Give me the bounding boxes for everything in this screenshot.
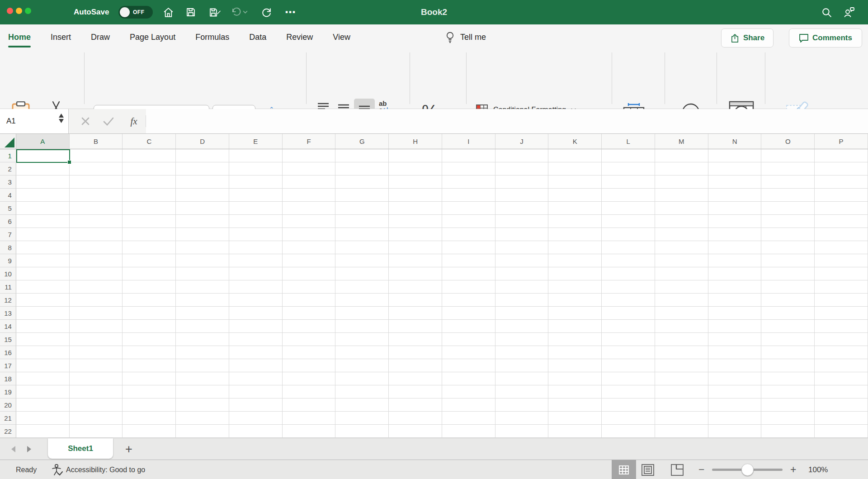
- column-header-D[interactable]: D: [176, 134, 229, 149]
- cell-F14[interactable]: [283, 320, 336, 333]
- row-header-13[interactable]: 13: [0, 307, 16, 320]
- cell-K2[interactable]: [548, 162, 602, 175]
- cell-A11[interactable]: [16, 280, 70, 294]
- autosave-toggle[interactable]: OFF: [118, 6, 153, 19]
- cell-C7[interactable]: [123, 228, 176, 241]
- cell-L20[interactable]: [602, 398, 655, 412]
- cell-O11[interactable]: [761, 280, 815, 294]
- cell-A12[interactable]: [16, 294, 70, 307]
- cell-C14[interactable]: [123, 320, 176, 333]
- cell-F12[interactable]: [283, 294, 336, 307]
- cell-I1[interactable]: [442, 149, 495, 162]
- row-header-3[interactable]: 3: [0, 175, 16, 189]
- cell-D19[interactable]: [176, 385, 229, 398]
- cell-K6[interactable]: [548, 215, 602, 228]
- cell-M18[interactable]: [655, 372, 708, 385]
- cell-N13[interactable]: [708, 307, 762, 320]
- cell-A9[interactable]: [16, 254, 70, 267]
- cell-F20[interactable]: [283, 398, 336, 412]
- cell-L22[interactable]: [602, 425, 655, 438]
- tab-home[interactable]: Home: [8, 24, 31, 50]
- cell-N17[interactable]: [708, 359, 762, 372]
- cell-E14[interactable]: [229, 320, 283, 333]
- cell-I17[interactable]: [442, 359, 495, 372]
- cell-P18[interactable]: [815, 372, 868, 385]
- cell-E11[interactable]: [229, 280, 283, 294]
- cell-I21[interactable]: [442, 412, 495, 425]
- cell-I7[interactable]: [442, 228, 495, 241]
- cell-E2[interactable]: [229, 162, 283, 175]
- cell-D20[interactable]: [176, 398, 229, 412]
- cell-E18[interactable]: [229, 372, 283, 385]
- cell-I15[interactable]: [442, 333, 495, 346]
- cell-H16[interactable]: [389, 346, 442, 359]
- cell-J6[interactable]: [495, 215, 549, 228]
- cell-D6[interactable]: [176, 215, 229, 228]
- cell-E3[interactable]: [229, 175, 283, 189]
- cell-B15[interactable]: [70, 333, 123, 346]
- cell-L9[interactable]: [602, 254, 655, 267]
- cell-I5[interactable]: [442, 202, 495, 215]
- cell-N14[interactable]: [708, 320, 762, 333]
- cell-L4[interactable]: [602, 189, 655, 202]
- cell-L8[interactable]: [602, 241, 655, 254]
- cell-J14[interactable]: [495, 320, 549, 333]
- cell-A3[interactable]: [16, 175, 70, 189]
- cell-J9[interactable]: [495, 254, 549, 267]
- cell-M10[interactable]: [655, 267, 708, 280]
- cell-H15[interactable]: [389, 333, 442, 346]
- cell-H22[interactable]: [389, 425, 442, 438]
- tab-review[interactable]: Review: [286, 24, 313, 50]
- row-header-5[interactable]: 5: [0, 202, 16, 215]
- cell-C6[interactable]: [123, 215, 176, 228]
- cell-C11[interactable]: [123, 280, 176, 294]
- row-header-12[interactable]: 12: [0, 294, 16, 307]
- cell-J20[interactable]: [495, 398, 549, 412]
- cell-K9[interactable]: [548, 254, 602, 267]
- cell-A4[interactable]: [16, 189, 70, 202]
- cell-A14[interactable]: [16, 320, 70, 333]
- cell-F19[interactable]: [283, 385, 336, 398]
- cell-N8[interactable]: [708, 241, 762, 254]
- cell-I2[interactable]: [442, 162, 495, 175]
- cell-F10[interactable]: [283, 267, 336, 280]
- cell-L3[interactable]: [602, 175, 655, 189]
- zoom-out-button[interactable]: −: [698, 460, 704, 479]
- cell-F22[interactable]: [283, 425, 336, 438]
- home-icon[interactable]: [161, 0, 175, 24]
- cell-I18[interactable]: [442, 372, 495, 385]
- cell-L12[interactable]: [602, 294, 655, 307]
- redo-icon[interactable]: [259, 0, 274, 24]
- cell-B21[interactable]: [70, 412, 123, 425]
- cell-G8[interactable]: [335, 241, 389, 254]
- cell-C5[interactable]: [123, 202, 176, 215]
- save-as-icon[interactable]: [207, 0, 222, 24]
- cell-G6[interactable]: [335, 215, 389, 228]
- cell-B17[interactable]: [70, 359, 123, 372]
- tab-view[interactable]: View: [333, 24, 350, 50]
- zoom-slider-thumb[interactable]: [741, 464, 754, 476]
- cell-N21[interactable]: [708, 412, 762, 425]
- cell-N12[interactable]: [708, 294, 762, 307]
- cell-G4[interactable]: [335, 189, 389, 202]
- insert-function-button[interactable]: fx: [125, 109, 143, 133]
- row-header-14[interactable]: 14: [0, 320, 16, 333]
- cell-M14[interactable]: [655, 320, 708, 333]
- cell-H12[interactable]: [389, 294, 442, 307]
- cell-O12[interactable]: [761, 294, 815, 307]
- cell-I6[interactable]: [442, 215, 495, 228]
- cell-P20[interactable]: [815, 398, 868, 412]
- cell-G10[interactable]: [335, 267, 389, 280]
- cell-I11[interactable]: [442, 280, 495, 294]
- cell-D13[interactable]: [176, 307, 229, 320]
- cell-I20[interactable]: [442, 398, 495, 412]
- cell-A15[interactable]: [16, 333, 70, 346]
- cell-L7[interactable]: [602, 228, 655, 241]
- cell-C20[interactable]: [123, 398, 176, 412]
- cell-E15[interactable]: [229, 333, 283, 346]
- cell-H4[interactable]: [389, 189, 442, 202]
- cell-N1[interactable]: [708, 149, 762, 162]
- cell-D4[interactable]: [176, 189, 229, 202]
- cell-B4[interactable]: [70, 189, 123, 202]
- cell-J5[interactable]: [495, 202, 549, 215]
